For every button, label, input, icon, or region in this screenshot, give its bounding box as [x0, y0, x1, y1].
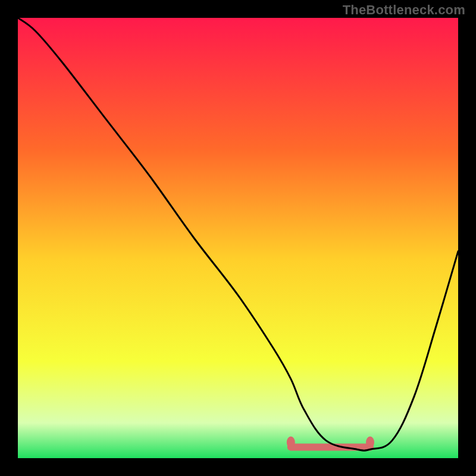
chart-frame: TheBottleneck.com [0, 0, 476, 476]
svg-point-1 [287, 437, 295, 449]
gradient-background [18, 18, 458, 458]
plot-area [18, 18, 458, 458]
svg-point-2 [366, 437, 374, 449]
watermark-text: TheBottleneck.com [343, 2, 465, 18]
bottleneck-chart [18, 18, 458, 458]
